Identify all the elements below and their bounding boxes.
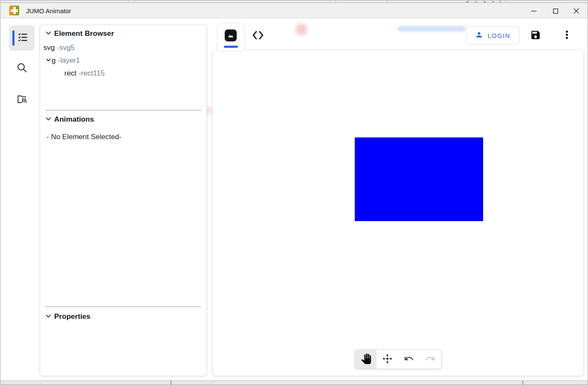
- move-arrows-icon: [382, 353, 393, 365]
- search-icon: [16, 62, 28, 75]
- section-divider: [45, 306, 201, 307]
- tree-node-rect[interactable]: rect-rect115: [64, 68, 104, 79]
- active-tab-indicator: [224, 46, 238, 48]
- login-button[interactable]: LOGIN: [466, 26, 519, 44]
- save-icon: [530, 29, 541, 42]
- sliver-divider: [336, 0, 336, 3]
- checklist-icon: [15, 32, 29, 44]
- pan-tool-button[interactable]: [355, 350, 377, 368]
- sliver-icon: [484, 1, 486, 3]
- tree-node-id: -layer1: [58, 56, 80, 65]
- sliver-divider: [128, 0, 129, 3]
- svg-rect-element[interactable]: [355, 137, 483, 221]
- redo-button[interactable]: [420, 350, 441, 368]
- chevron-down-icon: [46, 56, 51, 65]
- undo-button[interactable]: [398, 350, 420, 368]
- sliver-icon: [475, 1, 477, 3]
- app-plus-logo-icon: [9, 6, 19, 15]
- animations-empty-text: - No Element Selected-: [46, 133, 122, 141]
- tree-node-tag: rect: [64, 69, 76, 78]
- kebab-menu-icon: [562, 29, 572, 42]
- background-app-sliver: [0, 0, 588, 3]
- app-window: JUMO Animator: [0, 0, 588, 385]
- tree-node-tag: g: [52, 56, 55, 65]
- element-browser-panel: Element Browser svg-svg5 g-layer1 rect-r…: [40, 25, 207, 376]
- tab-canvas-view[interactable]: [218, 24, 244, 50]
- save-button[interactable]: [529, 29, 542, 42]
- tab-code-view[interactable]: [250, 28, 266, 44]
- sidebar-item-library[interactable]: [9, 87, 35, 113]
- animations-header[interactable]: Animations: [45, 115, 94, 124]
- login-label: LOGIN: [487, 32, 510, 39]
- minimize-button[interactable]: [524, 3, 544, 18]
- strip-divider: [171, 381, 171, 385]
- background-app-strip: [0, 380, 588, 385]
- sliver-icon: [492, 1, 494, 3]
- titlebar: JUMO Animator: [0, 3, 588, 18]
- canvas-toolbar: [355, 350, 441, 369]
- section-divider: [45, 110, 201, 111]
- tree-node-id: -rect115: [78, 69, 104, 78]
- element-browser-header[interactable]: Element Browser: [45, 29, 114, 38]
- kebab-menu-button[interactable]: [561, 30, 572, 41]
- close-button[interactable]: [566, 3, 586, 18]
- properties-title: Properties: [54, 312, 90, 321]
- minimize-icon: [531, 11, 536, 12]
- tree-node-g[interactable]: g-layer1: [46, 55, 80, 66]
- background-artifact: [397, 26, 466, 32]
- undo-icon: [404, 353, 414, 365]
- animations-title: Animations: [54, 115, 94, 124]
- tree-node-id: -svg5: [57, 44, 75, 52]
- sidebar-item-elements[interactable]: [9, 25, 35, 51]
- maximize-icon: [553, 9, 558, 14]
- person-icon: [475, 31, 483, 41]
- background-artifact: [295, 23, 307, 35]
- chevron-down-icon: [45, 30, 52, 38]
- hand-icon: [361, 353, 371, 365]
- image-icon: [225, 29, 237, 41]
- sliver-icon: [499, 1, 501, 3]
- sidebar-item-search[interactable]: [9, 55, 35, 81]
- chevron-down-icon: [45, 313, 52, 321]
- code-icon: [251, 29, 265, 43]
- active-indicator: [12, 30, 14, 46]
- properties-header[interactable]: Properties: [45, 312, 90, 321]
- sliver-divider: [505, 0, 506, 3]
- move-tool-button[interactable]: [377, 350, 398, 368]
- canvas-area[interactable]: [212, 50, 584, 376]
- window-title: JUMO Animator: [26, 7, 71, 15]
- chevron-down-icon: [45, 116, 52, 124]
- maximize-button[interactable]: [546, 3, 565, 18]
- tree-node-tag: svg: [43, 44, 55, 52]
- sliver-divider: [387, 0, 387, 3]
- close-icon: [574, 8, 579, 14]
- element-browser-title: Element Browser: [54, 29, 114, 38]
- sidebar-rail: [0, 19, 40, 379]
- tree-node-svg[interactable]: svg-svg5: [43, 43, 75, 53]
- sliver-icon: [466, 1, 469, 3]
- redo-icon: [425, 353, 435, 365]
- folder-library-icon: [16, 93, 28, 106]
- strip-divider: [522, 381, 523, 385]
